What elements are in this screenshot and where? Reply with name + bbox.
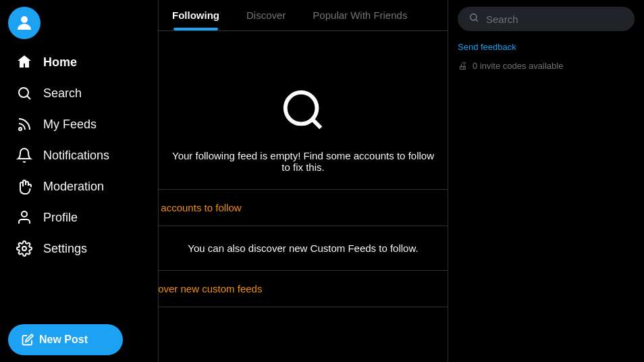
tab-discover[interactable]: Discover [233, 0, 299, 30]
feed-area: Your following feed is empty! Find some … [159, 31, 448, 362]
feeds-icon [16, 116, 32, 132]
sidebar-item-settings-label: Settings [43, 242, 87, 256]
sidebar-item-myfeeds[interactable]: My Feeds [8, 109, 150, 139]
sidebar-item-moderation-label: Moderation [43, 180, 104, 194]
svg-point-5 [22, 247, 26, 251]
sidebar-nav: Home Search My Feeds [8, 47, 150, 317]
sidebar-item-myfeeds-label: My Feeds [43, 118, 97, 132]
svg-point-0 [21, 16, 28, 23]
svg-line-9 [476, 20, 478, 22]
new-post-button[interactable]: New Post [8, 324, 123, 355]
tab-popular[interactable]: Popular With Friends [299, 0, 421, 30]
svg-line-7 [312, 119, 321, 128]
sidebar: Home Search My Feeds [0, 0, 159, 362]
find-accounts-label: Find accounts to follow [159, 202, 242, 213]
profile-icon [16, 209, 32, 226]
svg-point-8 [471, 14, 477, 20]
sidebar-item-notifications[interactable]: Notifications [8, 140, 150, 170]
search-bar-icon [468, 12, 479, 26]
gear-icon [16, 240, 32, 257]
sidebar-item-profile-label: Profile [43, 211, 78, 225]
svg-line-2 [28, 97, 31, 100]
invite-icon: 🖨 [458, 60, 467, 71]
sidebar-item-home[interactable]: Home [8, 47, 150, 77]
search-bar[interactable]: Search [458, 7, 635, 31]
user-avatar-icon [14, 13, 34, 33]
new-post-label: New Post [39, 334, 88, 346]
tabs-bar: Following Discover Popular With Friends [159, 0, 448, 31]
main-content: Following Discover Popular With Friends … [159, 0, 448, 362]
empty-search-icon [279, 86, 327, 134]
empty-feed-message: Your following feed is empty! Find some … [172, 150, 434, 173]
hand-icon [16, 178, 32, 195]
bell-icon [16, 147, 32, 163]
sidebar-item-search-label: Search [43, 86, 82, 101]
send-feedback-link[interactable]: Send feedback [458, 39, 635, 55]
tab-following[interactable]: Following [159, 0, 233, 30]
sidebar-item-home-label: Home [43, 55, 77, 70]
find-accounts-button[interactable]: Find accounts to follow › [159, 189, 448, 226]
discover-feeds-message: You can also discover new Custom Feeds t… [188, 242, 418, 254]
discover-feeds-label: Discover new custom feeds [159, 283, 262, 294]
sidebar-item-settings[interactable]: Settings [8, 234, 150, 263]
home-icon [16, 54, 32, 70]
sidebar-item-moderation[interactable]: Moderation [8, 172, 150, 201]
invite-label: 0 invite codes available [473, 61, 563, 71]
sidebar-item-search[interactable]: Search [8, 78, 150, 108]
svg-point-4 [22, 211, 27, 217]
sidebar-item-notifications-label: Notifications [43, 149, 109, 163]
svg-point-1 [19, 88, 28, 97]
compose-icon [22, 334, 34, 346]
search-bar-placeholder: Search [486, 14, 518, 25]
discover-feeds-button[interactable]: Discover new custom feeds › [159, 270, 448, 307]
search-icon [16, 85, 32, 101]
right-sidebar: Search Send feedback 🖨 0 invite codes av… [448, 0, 644, 362]
avatar[interactable] [8, 7, 41, 39]
invite-row: 🖨 0 invite codes available [458, 57, 635, 74]
sidebar-item-profile[interactable]: Profile [8, 203, 150, 232]
svg-point-3 [19, 128, 22, 130]
